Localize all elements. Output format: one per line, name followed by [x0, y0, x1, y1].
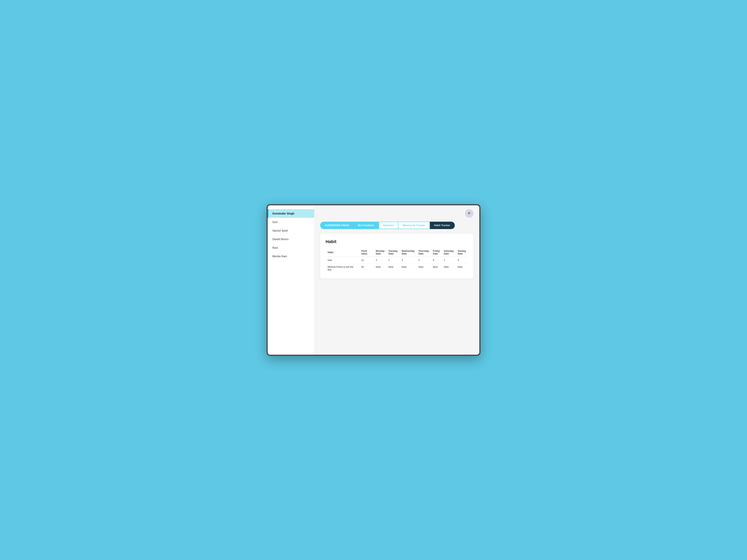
sidebar-item-rani[interactable]: Rani — [268, 243, 314, 252]
col-header-thursday: ThursdayDate — [416, 248, 431, 257]
table-cell-0: Minimal Points to win the day — [326, 264, 359, 273]
table-cell-4: false — [400, 264, 416, 273]
habit-table: Habit Point value MondayDate TuesdayDate… — [326, 248, 468, 273]
table-cell-6: false — [431, 264, 442, 273]
table-cell-3: false — [387, 264, 400, 273]
table-cell-8: false — [456, 264, 468, 273]
table-cell-0: new — [326, 257, 359, 264]
sidebar-item-gurwinder-singh[interactable]: Gurwinder Singh — [268, 209, 314, 218]
sidebar-item-menka-rani[interactable]: Menka Rani — [268, 252, 314, 261]
tab-gurwinder-singh[interactable]: GURWINDER SINGH — [320, 222, 354, 229]
table-cell-3: 1 — [387, 257, 400, 264]
table-cell-4: 3 — [400, 257, 416, 264]
table-row: new122132610 — [326, 257, 468, 264]
col-header-wednesday: WednesdayDate — [400, 248, 416, 257]
table-cell-6: 6 — [431, 257, 442, 264]
main-content: P GURWINDER SINGH Bio Feedback Nutrition… — [314, 205, 479, 355]
table-cell-1: 20 — [359, 264, 374, 273]
tab-mesocycle-tracker[interactable]: Mesocycle Tracker — [398, 222, 430, 229]
table-cell-7: 1 — [442, 257, 456, 264]
table-cell-5: 2 — [416, 257, 431, 264]
table-cell-8: 0 — [456, 257, 468, 264]
tab-habit-tracker[interactable]: Habit Tracker — [430, 222, 455, 229]
table-cell-1: 12 — [359, 257, 374, 264]
sidebar-item-guri[interactable]: Guri — [268, 218, 314, 226]
table-cell-2: 2 — [374, 257, 387, 264]
col-header-sunday: SundayDate — [456, 248, 468, 257]
sidebar-item-samiul-syed[interactable]: Samiul Syed — [268, 226, 314, 235]
col-header-saturday: SaturdayDate — [442, 248, 456, 257]
sidebar-item-daniel-munro[interactable]: Daniel Munro — [268, 235, 314, 243]
tabs-row: GURWINDER SINGH Bio Feedback Nutrition M… — [320, 222, 473, 229]
habit-card: Habit Habit Point value MondayDate Tuesd… — [320, 234, 473, 278]
table-header-row: Habit Point value MondayDate TuesdayDate… — [326, 248, 468, 257]
sidebar: Gurwinder Singh Guri Samiul Syed Daniel … — [268, 205, 314, 355]
app-inner: Gurwinder Singh Guri Samiul Syed Daniel … — [268, 205, 479, 355]
avatar[interactable]: P — [465, 209, 473, 218]
col-header-tuesday: TuesdayDate — [387, 248, 400, 257]
col-header-monday: MondayDate — [374, 248, 387, 257]
col-header-habit: Habit — [326, 248, 359, 257]
avatar-area: P — [320, 209, 473, 218]
tab-bio-feedback[interactable]: Bio Feedback — [354, 222, 379, 229]
tab-nutrition[interactable]: Nutrition — [379, 222, 398, 229]
table-cell-7: false — [442, 264, 456, 273]
app-window: Gurwinder Singh Guri Samiul Syed Daniel … — [266, 204, 481, 356]
table-row: Minimal Points to win the day20falsefals… — [326, 264, 468, 273]
habit-card-title: Habit — [326, 239, 468, 244]
col-header-friday: FridayDate — [431, 248, 442, 257]
table-cell-5: false — [416, 264, 431, 273]
col-header-point-value: Point value — [359, 248, 374, 257]
table-cell-2: false — [374, 264, 387, 273]
